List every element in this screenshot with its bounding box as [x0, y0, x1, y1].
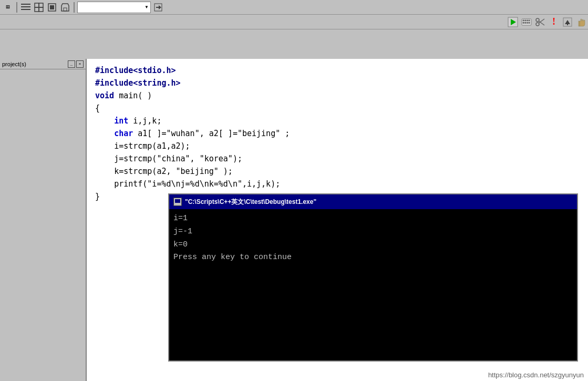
terminal-title: "C:\Scripts\C++英文\C\test\Debug\test1.exe…: [185, 198, 316, 207]
toolbar-icon-2[interactable]: [20, 2, 32, 13]
svg-marker-13: [159, 5, 161, 9]
dropdown-arrow-icon: ▼: [145, 5, 149, 9]
code-line-5: int i,j,k;: [95, 115, 580, 127]
terminal-output-line-4: Press any key to continue: [173, 251, 573, 264]
terminal-window: "C:\Scripts\C++英文\C\test\Debug\test1.exe…: [168, 193, 578, 362]
sidebar-title: project(s): [2, 61, 26, 67]
svg-rect-35: [175, 203, 180, 204]
sidebar-close-btn[interactable]: ×: [76, 60, 84, 68]
terminal-window-icon: [173, 198, 182, 206]
toolbar-scissors-icon[interactable]: [534, 16, 546, 28]
sidebar: project(s) _ × ew ◀ ▶: [0, 59, 87, 381]
terminal-titlebar: "C:\Scripts\C++英文\C\test\Debug\test1.exe…: [169, 194, 577, 209]
svg-rect-6: [39, 7, 43, 12]
svg-rect-32: [579, 21, 580, 26]
svg-rect-19: [527, 19, 528, 21]
svg-rect-18: [524, 19, 526, 21]
sidebar-minimize-btn[interactable]: _: [68, 60, 75, 68]
svg-rect-0: [21, 4, 30, 5]
code-line-2: #include<string.h>: [95, 77, 580, 89]
toolbar-icon-4[interactable]: [46, 2, 58, 13]
terminal-output-line-1: i=1: [173, 212, 573, 225]
toolbar-icon-3[interactable]: [33, 2, 45, 13]
toolbar-separator-1: [16, 2, 17, 13]
code-line-1: #include<stdio.h>: [95, 64, 580, 77]
terminal-body: i=1 j=-1 k=0 Press any key to continue: [169, 209, 577, 267]
toolbar-exclaim-icon[interactable]: !: [548, 16, 560, 28]
svg-rect-2: [21, 9, 30, 10]
watermark: https://blog.csdn.net/szgyunyun: [488, 371, 584, 379]
code-line-8: j=strcmp("china", "korea");: [95, 152, 580, 165]
svg-marker-9: [61, 4, 69, 11]
toolbar-hand-icon[interactable]: [575, 16, 587, 28]
toolbar-run-icon[interactable]: [507, 16, 519, 28]
svg-rect-34: [175, 199, 180, 203]
svg-rect-3: [35, 3, 39, 7]
code-line-7: i=strcmp(a1,a2);: [95, 140, 580, 152]
toolbar-separator-2: [74, 2, 75, 13]
toolbars: ⊞ ▼: [0, 0, 588, 29]
toolbar-icon-build[interactable]: [152, 2, 164, 13]
code-line-4: {: [95, 102, 580, 115]
sidebar-content: [0, 69, 86, 74]
svg-rect-21: [523, 22, 524, 24]
code-line-3: void main( ): [95, 89, 580, 102]
svg-rect-17: [523, 19, 524, 21]
toolbar-keyboard-icon[interactable]: [521, 16, 532, 28]
svg-rect-8: [50, 5, 54, 9]
svg-rect-4: [39, 3, 43, 7]
toolbar-icon-1[interactable]: ⊞: [2, 2, 14, 13]
toolbar-arrow-icon[interactable]: [562, 16, 573, 28]
svg-rect-24: [529, 22, 530, 24]
terminal-output-line-3: k=0: [173, 239, 573, 252]
sidebar-header: project(s) _ ×: [0, 59, 86, 69]
code-line-6: char a1[ ]="wuhan", a2[ ]="beijing" ;: [95, 127, 580, 140]
sidebar-controls: _ ×: [68, 60, 84, 68]
svg-rect-22: [524, 22, 526, 24]
svg-rect-5: [35, 7, 39, 12]
svg-rect-20: [529, 19, 530, 21]
code-editor[interactable]: #include<stdio.h> #include<string.h> voi…: [87, 59, 588, 208]
dropdown-selector[interactable]: ▼: [77, 2, 151, 13]
toolbar-row2: !: [0, 15, 588, 29]
code-line-10: printf("i=%d\nj=%d\nk=%d\n",i,j,k);: [95, 178, 580, 190]
terminal-output-line-2: j=-1: [173, 225, 573, 239]
toolbar-icon-5[interactable]: [59, 2, 71, 13]
svg-rect-10: [64, 8, 67, 11]
code-line-9: k=strcmp(a2, "beijing" );: [95, 165, 580, 178]
toolbar-row1: ⊞ ▼: [0, 0, 588, 15]
svg-rect-23: [527, 22, 528, 24]
svg-rect-1: [21, 6, 30, 7]
